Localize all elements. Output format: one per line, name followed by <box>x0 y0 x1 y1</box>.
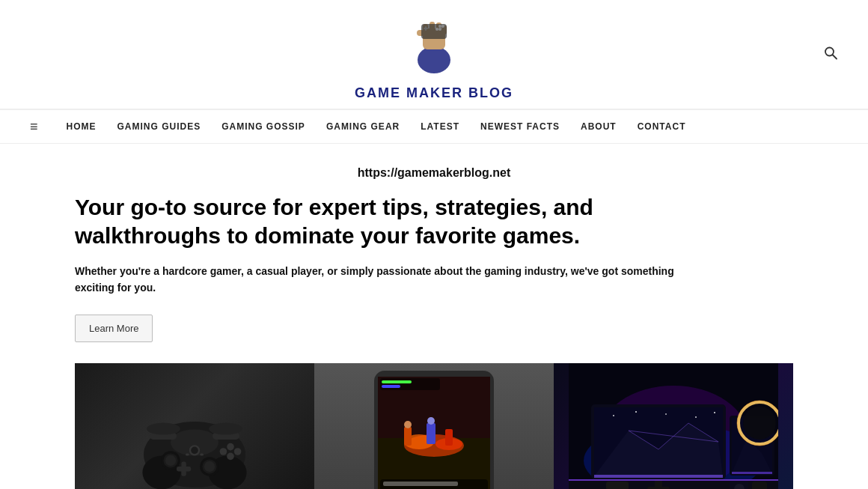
main-nav: ≡ HOME GAMING GUIDES GAMING GOSSIP GAMIN… <box>0 109 868 144</box>
svg-rect-37 <box>200 453 204 455</box>
search-button[interactable] <box>823 45 838 64</box>
mobile-game-svg <box>337 363 531 489</box>
svg-rect-52 <box>380 378 440 390</box>
svg-rect-51 <box>445 429 453 446</box>
nav-item-latest[interactable]: LATEST <box>410 110 470 143</box>
svg-rect-85 <box>752 482 767 489</box>
svg-rect-56 <box>383 482 458 486</box>
svg-point-27 <box>204 461 215 472</box>
svg-point-50 <box>427 417 435 425</box>
hero-subtext: Whether you're a hardcore gamer, a casua… <box>75 263 688 297</box>
nav-item-about[interactable]: ABOUT <box>570 110 627 143</box>
hero-heading: Your go-to source for expert tips, strat… <box>75 193 688 249</box>
svg-point-70 <box>714 412 715 413</box>
svg-rect-80 <box>732 472 772 474</box>
svg-rect-47 <box>404 427 412 446</box>
svg-rect-54 <box>382 385 400 388</box>
svg-rect-29 <box>177 467 191 471</box>
controller-svg <box>135 386 254 489</box>
svg-point-68 <box>665 413 667 415</box>
nav-item-contact[interactable]: CONTACT <box>627 110 697 143</box>
nav-item-newest-facts[interactable]: NEWEST FACTS <box>470 110 570 143</box>
svg-point-31 <box>227 443 234 451</box>
nav-item-gaming-guides[interactable]: GAMING GUIDES <box>107 110 212 143</box>
nav-links: HOME GAMING GUIDES GAMING GOSSIP GAMING … <box>56 110 697 143</box>
svg-point-11 <box>435 28 438 31</box>
hamburger-menu[interactable]: ≡ <box>30 119 38 135</box>
image-grid <box>75 363 793 489</box>
nav-item-home[interactable]: HOME <box>56 110 107 143</box>
svg-point-67 <box>635 411 637 413</box>
logo-area: GAME MAKER BLOG <box>355 13 513 101</box>
nav-item-gaming-gossip[interactable]: GAMING GOSSIP <box>211 110 316 143</box>
svg-point-32 <box>234 448 242 455</box>
nav-item-gaming-gear[interactable]: GAMING GEAR <box>316 110 410 143</box>
svg-point-33 <box>227 452 234 460</box>
svg-point-66 <box>613 415 614 416</box>
svg-rect-49 <box>427 423 435 444</box>
svg-rect-73 <box>594 475 723 478</box>
svg-point-30 <box>220 448 227 455</box>
site-header: GAME MAKER BLOG <box>0 0 868 109</box>
svg-point-14 <box>825 47 834 55</box>
search-icon <box>823 45 838 60</box>
svg-point-24 <box>165 455 176 466</box>
svg-point-35 <box>191 446 198 454</box>
svg-point-69 <box>695 416 697 418</box>
svg-rect-13 <box>425 26 427 31</box>
svg-line-15 <box>833 55 837 58</box>
svg-point-9 <box>441 25 444 28</box>
svg-point-38 <box>147 422 180 434</box>
controller-image <box>75 363 314 489</box>
svg-rect-89 <box>569 479 778 481</box>
svg-point-39 <box>209 422 242 434</box>
svg-rect-53 <box>382 380 412 383</box>
mobile-game-image <box>314 363 554 489</box>
site-logo <box>400 13 468 81</box>
gaming-setup-image <box>554 363 793 489</box>
svg-point-8 <box>438 28 441 31</box>
learn-more-button[interactable]: Learn More <box>75 315 153 342</box>
main-content: https://gamemakerblog.net Your go-to sou… <box>60 144 808 489</box>
svg-point-48 <box>404 421 412 428</box>
svg-point-10 <box>438 25 441 28</box>
site-title: GAME MAKER BLOG <box>355 85 513 101</box>
svg-rect-90 <box>606 482 629 489</box>
site-url: https://gamemakerblog.net <box>75 166 793 180</box>
svg-point-0 <box>418 46 450 73</box>
svg-point-82 <box>743 407 776 440</box>
gaming-setup-svg <box>569 363 778 489</box>
svg-rect-36 <box>186 453 189 455</box>
